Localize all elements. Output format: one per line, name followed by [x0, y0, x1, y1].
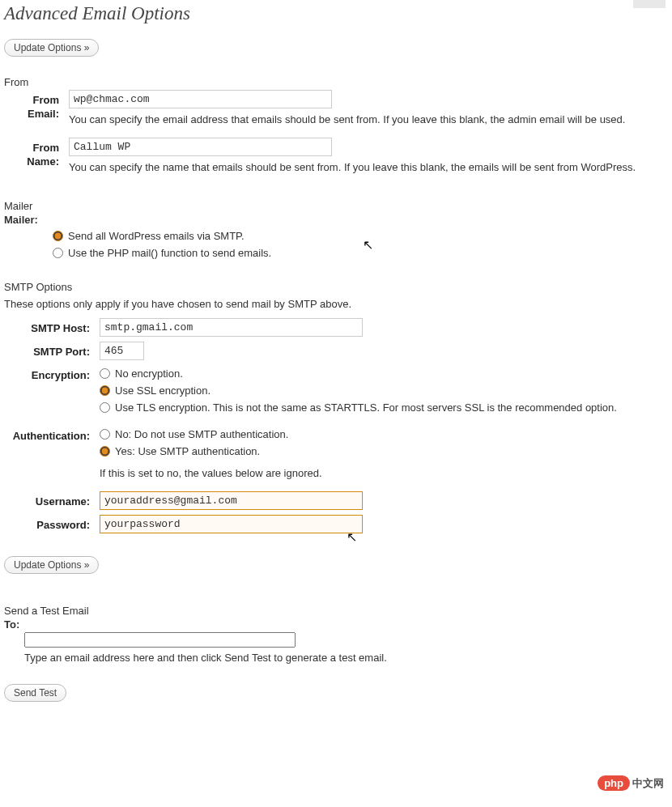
username-input[interactable] [100, 491, 363, 510]
from-name-label: From Name: [4, 138, 69, 169]
mailer-smtp-radio[interactable] [53, 231, 63, 241]
enc-ssl-radio[interactable] [100, 385, 110, 396]
encryption-label: Encryption: [4, 365, 100, 383]
password-input[interactable] [100, 515, 363, 533]
mailer-php-radio[interactable] [53, 248, 63, 258]
username-label: Username: [4, 491, 100, 509]
smtp-heading: SMTP Options [4, 281, 668, 293]
mailer-label: Mailer: [4, 214, 668, 227]
mailer-php-label[interactable]: Use the PHP mail() function to send emai… [68, 247, 271, 259]
enc-tls-radio[interactable] [100, 402, 110, 413]
auth-yes-radio[interactable] [100, 446, 110, 457]
enc-tls-label[interactable]: Use TLS encryption. This is not the same… [115, 401, 617, 414]
enc-none-label[interactable]: No encryption. [115, 367, 183, 380]
from-heading: From [4, 76, 668, 88]
from-name-input[interactable] [69, 138, 332, 156]
from-name-help: You can specify the name that emails sho… [69, 156, 652, 176]
from-email-help: You can specify the email address that e… [69, 108, 652, 128]
auth-yes-label[interactable]: Yes: Use SMTP authentication. [115, 445, 260, 457]
auth-label: Authentication: [4, 426, 100, 444]
test-to-label: To: [4, 618, 668, 632]
send-test-button[interactable]: Send Test [4, 684, 66, 702]
mailer-smtp-label[interactable]: Send all WordPress emails via SMTP. [68, 230, 245, 242]
test-help: Type an email address here and then clic… [24, 648, 607, 666]
smtp-port-input[interactable] [100, 342, 144, 360]
test-to-input[interactable] [24, 632, 296, 648]
top-gray-block [633, 0, 666, 8]
from-email-input[interactable] [69, 90, 332, 108]
enc-none-radio[interactable] [100, 368, 110, 379]
password-label: Password: [4, 515, 100, 533]
enc-ssl-label[interactable]: Use SSL encryption. [115, 384, 211, 397]
smtp-description: These options only apply if you have cho… [4, 295, 668, 318]
update-options-button-top[interactable]: Update Options » [4, 39, 99, 57]
auth-no-label[interactable]: No: Do not use SMTP authentication. [115, 428, 288, 440]
smtp-port-label: SMTP Port: [4, 342, 100, 359]
mailer-heading: Mailer [4, 200, 668, 212]
smtp-host-input[interactable] [100, 318, 363, 337]
auth-no-radio[interactable] [100, 429, 110, 440]
auth-help: If this is set to no, the values below a… [100, 460, 668, 482]
smtp-host-label: SMTP Host: [4, 318, 100, 336]
from-email-label: From Email: [4, 90, 69, 121]
page-title: Advanced Email Options [4, 0, 668, 32]
update-options-button-bottom[interactable]: Update Options » [4, 556, 99, 574]
test-heading: Send a Test Email [4, 605, 668, 617]
